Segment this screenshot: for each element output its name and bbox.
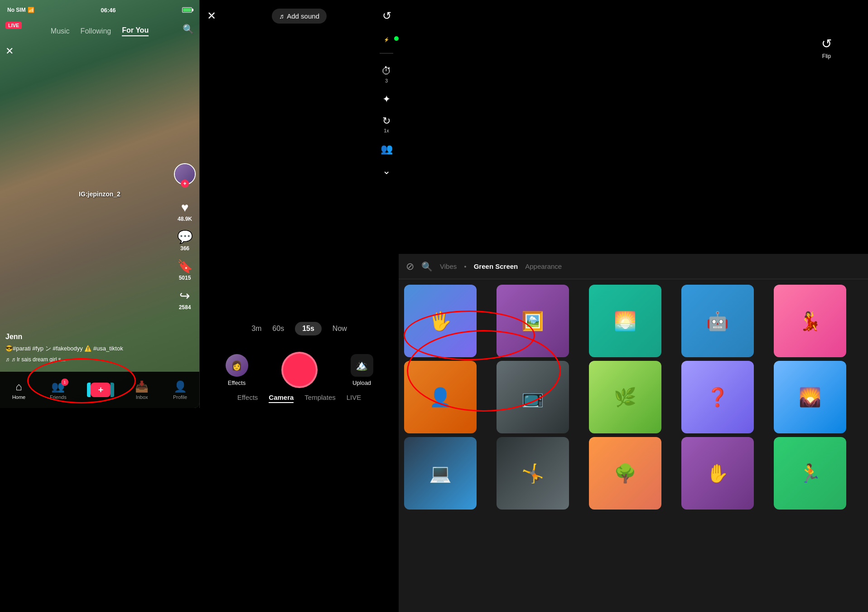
flip-refresh-icon[interactable]: ↺ (382, 10, 391, 22)
effect-icon: 📺 (497, 361, 569, 433)
nav-profile[interactable]: 👤 Profile (173, 380, 187, 400)
green-screen-tab[interactable]: Green Screen (474, 262, 518, 270)
effect-icon: 🤖 (681, 285, 754, 357)
likes-stat[interactable]: ♥ 48.9K (178, 200, 192, 222)
notification-badge: 1 (61, 379, 68, 386)
upload-icon: 🏔️ (351, 354, 373, 377)
effect-item[interactable]: ✋ (681, 437, 754, 510)
record-button[interactable] (281, 352, 318, 388)
camera-panel: ✕ ♬ Add sound ↺ ⚡ ⏱ 3 ✦ ↻ 1x 👥 ⌄ (199, 0, 399, 408)
effects-label: Effects (228, 379, 246, 386)
effects-search-bar: ⊘ 🔍 Vibes ● Green Screen Appearance (399, 254, 868, 279)
effect-item[interactable]: 👤 (404, 361, 477, 433)
nav-inbox[interactable]: 📥 Inbox (135, 380, 149, 400)
video-username[interactable]: Jenn (5, 333, 172, 341)
bookmarks-stat[interactable]: 🔖 5015 (177, 259, 193, 281)
speed-control[interactable]: ↻ 1x (382, 114, 391, 133)
flip-button[interactable]: ↺ Flip (821, 36, 832, 59)
close-overlay[interactable]: ✕ (5, 45, 14, 57)
effect-item[interactable]: 🌅 (589, 285, 661, 357)
home-icon: ⌂ (15, 380, 22, 393)
camera-tabs: Effects Camera Templates LIVE (237, 392, 362, 407)
flash-icon: ⚡ (384, 37, 389, 42)
bottom-navigation: ⌂ Home 👥 Friends 1 + 📥 Inbox 👤 Profile (0, 372, 199, 408)
heart-icon: ♥ (181, 200, 189, 215)
effect-item[interactable]: ❓ (681, 361, 754, 433)
duration-selector: 3m 60s 15s Now (200, 322, 399, 335)
effect-item[interactable]: 🌳 (589, 437, 661, 510)
effect-icon: 💻 (404, 437, 477, 510)
nav-for-you[interactable]: For You (122, 26, 149, 36)
nav-music[interactable]: Music (51, 27, 70, 35)
dual-control[interactable]: 👥 (381, 142, 393, 155)
nav-create[interactable]: + (91, 383, 111, 397)
beauty-control[interactable]: ✦ (382, 92, 391, 105)
flash-control[interactable]: ⚡ (384, 36, 389, 42)
appearance-tab[interactable]: Appearance (525, 262, 562, 270)
shares-stat[interactable]: ↪ 2584 (179, 288, 191, 311)
camera-top-bar: ✕ ♬ Add sound ↺ (200, 0, 399, 32)
effect-item[interactable]: 💃 (774, 285, 846, 357)
create-button[interactable]: + (91, 383, 111, 397)
no-icon: ⊘ (406, 261, 414, 272)
effect-item[interactable]: 🤸 (497, 437, 569, 510)
effect-icon: 🌅 (589, 285, 661, 357)
tab-effects[interactable]: Effects (237, 393, 258, 403)
duration-3m[interactable]: 3m (251, 325, 261, 333)
comments-stat[interactable]: 💬 366 (177, 229, 193, 252)
follow-button[interactable]: + (181, 180, 189, 188)
effect-icon: 🏃 (774, 437, 846, 510)
effects-grid: 🖐️ 🖼️ 🌅 🤖 💃 👤 📺 🌿 ❓ 🌄 (399, 279, 868, 515)
wifi-icon: 📶 (28, 7, 34, 13)
tab-templates[interactable]: Templates (304, 393, 335, 403)
effect-item[interactable]: 🖼️ (497, 285, 569, 357)
effect-item[interactable]: 🌄 (774, 361, 846, 433)
camera-close-icon[interactable]: ✕ (207, 10, 216, 22)
carrier-info: No SIM 📶 (7, 7, 34, 13)
search-icon[interactable]: 🔍 (421, 261, 433, 272)
nav-home-label: Home (12, 394, 25, 400)
nav-inbox-label: Inbox (136, 394, 148, 400)
profile-icon: 👤 (174, 380, 187, 393)
carrier-text: No SIM (7, 7, 26, 13)
effect-item[interactable]: 🏃 (774, 437, 846, 510)
vibes-tab[interactable]: Vibes (440, 262, 457, 270)
effect-icon: 👤 (404, 361, 477, 433)
flip-label: Flip (822, 53, 831, 59)
upload-button[interactable]: 🏔️ Upload (351, 354, 373, 386)
dual-icon: 👥 (381, 143, 393, 155)
nav-home[interactable]: ⌂ Home (12, 380, 25, 400)
shares-count: 2584 (179, 304, 191, 311)
nav-following[interactable]: Following (81, 27, 111, 35)
green-status-dot (394, 36, 399, 41)
bookmark-icon: 🔖 (177, 259, 193, 274)
effect-icon: 🌳 (589, 437, 661, 510)
battery-icon (182, 7, 192, 13)
effect-item[interactable]: 🌿 (589, 361, 661, 433)
effects-icon-thumbnail: 👩 (226, 354, 248, 377)
duration-15s-active[interactable]: 15s (295, 322, 322, 335)
search-icon[interactable]: 🔍 (183, 24, 194, 34)
timer-control[interactable]: ⏱ 3 (381, 64, 391, 83)
tab-camera[interactable]: Camera (269, 393, 294, 403)
timer-icon: ⏱ (381, 65, 391, 77)
effect-item[interactable]: 🖐️ (404, 285, 477, 357)
inbox-icon: 📥 (135, 380, 149, 393)
effect-item[interactable]: 💻 (404, 437, 477, 510)
duration-now[interactable]: Now (333, 325, 347, 333)
vibes-dot: ● (464, 264, 466, 269)
tab-live[interactable]: LIVE (347, 393, 362, 403)
music-info[interactable]: ♬ ♬ lr sais dream girl s... (5, 356, 172, 363)
effect-icon: 💃 (774, 285, 846, 357)
add-sound-button[interactable]: ♬ Add sound (272, 9, 327, 24)
effect-item[interactable]: 📺 (497, 361, 569, 433)
effects-button[interactable]: 👩 Effects (226, 354, 248, 386)
effect-icon: 🖐️ (404, 285, 477, 357)
more-controls[interactable]: ⌄ (382, 164, 391, 177)
nav-friends[interactable]: 👥 Friends 1 (50, 380, 67, 400)
effect-item[interactable]: 🤖 (681, 285, 754, 357)
comment-icon: 💬 (177, 229, 193, 244)
effects-gallery-panel: ⊘ 🔍 Vibes ● Green Screen Appearance 🖐️ 🖼… (399, 254, 868, 612)
duration-60s[interactable]: 60s (272, 325, 284, 333)
add-sound-label: Add sound (287, 12, 319, 20)
